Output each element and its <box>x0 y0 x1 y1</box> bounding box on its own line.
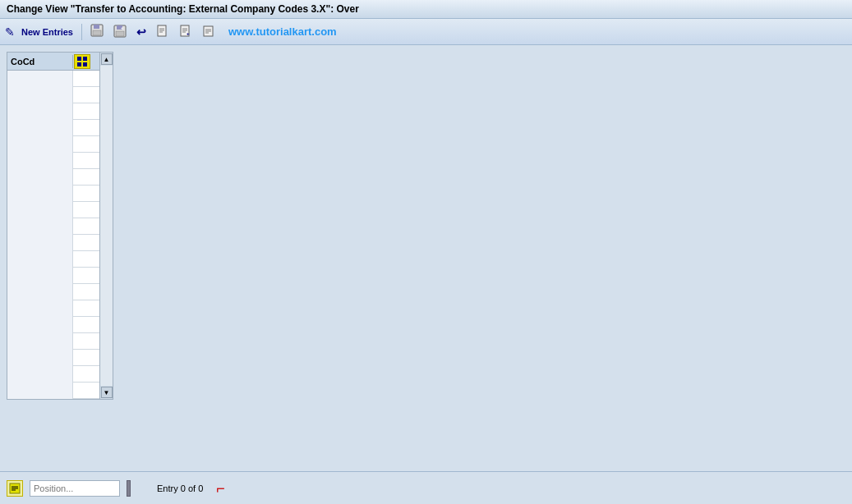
table-row <box>7 202 99 218</box>
fixed-columns-icon[interactable] <box>74 54 90 69</box>
doc2-button[interactable]: + <box>176 23 196 41</box>
svg-text:+: + <box>121 25 123 30</box>
table-row <box>7 153 99 169</box>
doc2-icon: + <box>179 25 192 39</box>
svg-rect-22 <box>77 62 81 66</box>
doc3-icon <box>202 25 215 39</box>
position-slider-handle[interactable] <box>127 480 131 497</box>
table-container: CoCd <box>7 52 113 400</box>
scroll-up-button[interactable]: ▲ <box>101 53 113 65</box>
page-title: Change View "Transfer to Accounting: Ext… <box>7 3 359 15</box>
svg-rect-21 <box>83 57 87 61</box>
table-rows <box>7 71 99 399</box>
table-row <box>7 71 99 87</box>
table-row <box>7 103 99 120</box>
main-content: CoCd <box>0 45 852 497</box>
table-row <box>7 284 99 300</box>
table-row <box>7 169 99 186</box>
table-row <box>7 136 99 153</box>
cocd-column-header: CoCd <box>7 55 73 68</box>
table-row <box>7 120 99 136</box>
table-row <box>7 186 99 202</box>
position-icon <box>7 480 23 497</box>
undo-icon: ↩ <box>136 25 146 39</box>
svg-rect-1 <box>94 25 99 29</box>
svg-rect-5 <box>116 31 124 36</box>
toolbar-separator-1 <box>81 24 82 40</box>
table-row <box>7 350 99 366</box>
entry-count-text: Entry 0 of 0 <box>157 483 203 493</box>
doc3-button[interactable] <box>199 23 219 41</box>
doc1-icon <box>156 25 169 39</box>
table-row <box>7 333 99 350</box>
status-bar: Entry 0 of 0 ⌐ <box>0 471 852 504</box>
new-entries-button[interactable]: New Entries <box>18 25 76 39</box>
svg-rect-20 <box>77 57 81 61</box>
svg-rect-23 <box>83 62 87 66</box>
table-row <box>7 87 99 103</box>
vertical-scrollbar[interactable]: ▲ ▼ <box>99 53 113 399</box>
table-main: CoCd <box>7 53 99 399</box>
table-row <box>7 383 99 399</box>
save-button[interactable] <box>87 22 107 41</box>
table-row <box>7 251 99 268</box>
toolbar: ✎ New Entries + ↩ <box>0 19 852 45</box>
table-row <box>7 366 99 383</box>
watermark: www.tutorialkart.com <box>228 25 337 38</box>
table-row <box>7 218 99 235</box>
table-row <box>7 268 99 284</box>
undo-button[interactable]: ↩ <box>133 24 150 40</box>
save-icon <box>90 24 104 39</box>
red-bracket-icon: ⌐ <box>216 481 225 496</box>
svg-text:+: + <box>187 31 190 36</box>
scroll-track[interactable] <box>100 66 113 386</box>
new-entries-label: New Entries <box>21 27 73 37</box>
scroll-down-button[interactable]: ▼ <box>101 387 113 398</box>
table-row <box>7 235 99 251</box>
save2-button[interactable]: + <box>110 23 130 41</box>
title-bar: Change View "Transfer to Accounting: Ext… <box>0 0 852 19</box>
new-entries-icon: ✎ <box>5 25 15 39</box>
svg-rect-2 <box>93 30 101 35</box>
table-row <box>7 317 99 333</box>
table-row <box>7 300 99 317</box>
table-header-row: CoCd <box>7 53 99 71</box>
doc1-button[interactable] <box>153 23 173 41</box>
position-input[interactable] <box>30 480 120 497</box>
save2-icon: + <box>113 25 127 39</box>
